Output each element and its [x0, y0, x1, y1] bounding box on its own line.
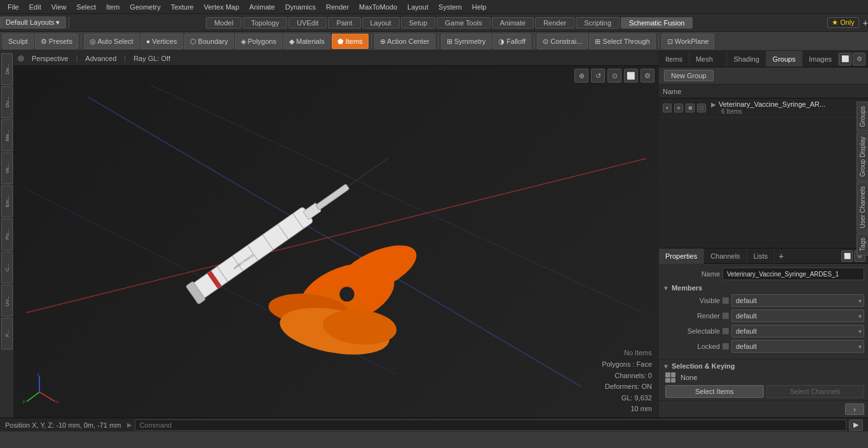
viewport-canvas[interactable]: ARDES FRANCE — [14, 66, 658, 417]
pp-members-section[interactable]: ▼ Members — [663, 284, 864, 292]
tab-layout[interactable]: Layout — [362, 17, 400, 29]
menu-dynamics[interactable]: Dynamics — [280, 0, 321, 14]
side-tab-group-display[interactable]: Group Display — [857, 132, 868, 181]
symmetry-button[interactable]: ⊞ Symmetry — [441, 34, 492, 49]
vp-icon-frame[interactable]: ⬜ — [624, 69, 638, 83]
constraints-button[interactable]: ⊙ Constrai... — [537, 34, 588, 49]
tab-animate[interactable]: Animate — [492, 17, 534, 29]
selectable-select[interactable]: defaultonoff — [731, 325, 864, 337]
pp-tab-channels[interactable]: Channels — [704, 248, 747, 264]
new-group-button[interactable]: New Group — [664, 70, 714, 81]
gp-icon-2[interactable]: ◈ — [674, 104, 683, 112]
locked-select[interactable]: defaultonoff — [731, 340, 864, 353]
menu-texture[interactable]: Texture — [166, 0, 199, 14]
star-only-badge[interactable]: ★ Only — [827, 17, 859, 28]
add-layout-button[interactable]: + — [863, 18, 868, 28]
viewport-raygl-label[interactable]: Ray GL: Off — [130, 53, 174, 64]
pp-tab-properties[interactable]: Properties — [659, 248, 704, 264]
gp-icon-4[interactable]: ◻ — [697, 104, 706, 112]
sel-keying-section: ▼ Selection & Keying None Select Items S… — [659, 359, 868, 400]
sculpt-button[interactable]: Sculpt — [3, 34, 34, 49]
falloff-button[interactable]: ◑ Falloff — [492, 34, 531, 49]
menu-geometry[interactable]: Geometry — [125, 0, 165, 14]
pp-selectable-row: Selectable defaultonoff ▾ — [663, 325, 864, 337]
tab-setup[interactable]: Setup — [401, 17, 436, 29]
sidebar-item-uv[interactable]: UV... — [1, 285, 13, 316]
menu-select[interactable]: Select — [71, 0, 101, 14]
vp-icon-settings[interactable]: ⚙ — [641, 69, 654, 83]
rp-tab-items[interactable]: Items — [659, 51, 689, 67]
pp-locked-row: Locked defaultonoff ▾ — [663, 340, 864, 353]
menu-render[interactable]: Render — [321, 0, 354, 14]
render-select[interactable]: defaultonoff — [731, 309, 864, 322]
sidebar-item-mes[interactable]: Me... — [1, 119, 13, 151]
sidebar-item-pol[interactable]: Po... — [1, 219, 13, 250]
vp-icon-rotate[interactable]: ↺ — [591, 69, 605, 83]
menu-edit[interactable]: Edit — [24, 0, 46, 14]
materials-button[interactable]: ◆ Materials — [283, 34, 330, 49]
default-layouts-button[interactable]: Default Layouts ▾ — [0, 17, 66, 29]
rp-tab-mesh[interactable]: Mesh ... — [689, 51, 728, 67]
side-tab-groups[interactable]: Groups — [857, 102, 868, 132]
sidebar-item-f[interactable]: F... — [1, 318, 13, 350]
tab-topology[interactable]: Topology — [243, 17, 287, 29]
polygons-button[interactable]: ◈ Polygons — [235, 34, 282, 49]
vp-icon-transform[interactable]: ⊕ — [574, 69, 588, 83]
menu-item[interactable]: Item — [101, 0, 125, 14]
select-through-button[interactable]: ⊞ Select Through — [589, 34, 655, 49]
menu-help[interactable]: Help — [467, 0, 492, 14]
tab-model[interactable]: Model — [206, 17, 241, 29]
boundary-button[interactable]: ⬡ Boundary — [184, 34, 234, 49]
gp-icon-3[interactable]: ◼ — [686, 104, 695, 112]
sidebar-item-def[interactable]: De... — [1, 53, 13, 85]
sidebar-item-c[interactable]: C... — [1, 252, 13, 283]
visible-select[interactable]: defaultonoff — [731, 294, 864, 307]
items-button[interactable]: ⬟ Items — [332, 34, 369, 49]
tab-game-tools[interactable]: Game Tools — [437, 17, 491, 29]
rp-tab-groups[interactable]: Groups — [766, 51, 803, 67]
rp-tab-shading[interactable]: Shading — [727, 51, 766, 67]
vertices-button[interactable]: ● Vertices — [140, 34, 183, 49]
command-input[interactable] — [135, 419, 846, 431]
viewport-mode-label[interactable]: Perspective — [28, 53, 72, 64]
select-channels-button[interactable]: Select Channels — [766, 385, 865, 398]
side-tab-user-channels[interactable]: User Channels — [857, 182, 868, 233]
rp-settings-btn[interactable]: ⚙ — [853, 53, 865, 65]
vp-icon-view[interactable]: ⊙ — [607, 69, 621, 83]
menu-vertex-map[interactable]: Vertex Map — [199, 0, 245, 14]
visible-dot — [722, 297, 729, 304]
sidebar-item-ver[interactable]: Ve... — [1, 153, 13, 184]
command-run-button[interactable]: ▶ — [849, 419, 863, 431]
rp-tab-images[interactable]: Images — [803, 51, 839, 67]
menu-view[interactable]: View — [46, 0, 72, 14]
sidebar-item-dup[interactable]: Du... — [1, 86, 13, 118]
side-tab-tags[interactable]: Tags — [857, 233, 868, 255]
tab-scripting[interactable]: Scripting — [576, 17, 620, 29]
tab-uvedit[interactable]: UVEdit — [288, 17, 327, 29]
tab-paint[interactable]: Paint — [328, 17, 360, 29]
gp-eye-icon[interactable]: ● — [663, 104, 672, 112]
menu-layout[interactable]: Layout — [402, 0, 433, 14]
presets-button[interactable]: ⚙ Presets — [35, 34, 78, 49]
rp-expand-btn[interactable]: ⬜ — [839, 53, 851, 65]
auto-select-button[interactable]: ◎ Auto Select — [84, 34, 139, 49]
pp-name-input[interactable] — [722, 268, 864, 280]
pp-expand-btn-1[interactable]: ⬜ — [841, 250, 853, 262]
chevron-right-button[interactable]: › — [845, 404, 864, 415]
sel-keying-header[interactable]: ▼ Selection & Keying — [663, 362, 864, 370]
viewport-advanced-label[interactable]: Advanced — [81, 53, 120, 64]
menu-file[interactable]: File — [3, 0, 24, 14]
tab-render[interactable]: Render — [535, 17, 574, 29]
gp-item-syringe[interactable]: ● ◈ ◼ ◻ ▶ Veterinary_Vaccine_Syringe_AR.… — [659, 98, 868, 118]
pp-tab-lists[interactable]: Lists — [747, 248, 775, 264]
sidebar-item-em[interactable]: Em... — [1, 186, 13, 217]
action-center-button[interactable]: ⊕ Action Center — [374, 34, 435, 49]
menu-animate[interactable]: Animate — [244, 0, 280, 14]
menu-system[interactable]: System — [433, 0, 467, 14]
tab-schematic-fusion[interactable]: Schematic Fusion — [621, 17, 693, 29]
select-items-button[interactable]: Select Items — [665, 385, 764, 398]
workplane-button[interactable]: ⊡ WorkPlane — [661, 34, 715, 49]
menu-maxtomodo[interactable]: MaxToModo — [354, 0, 402, 14]
viewport-dot[interactable] — [18, 55, 24, 62]
pp-tab-add-button[interactable]: + — [775, 251, 787, 261]
